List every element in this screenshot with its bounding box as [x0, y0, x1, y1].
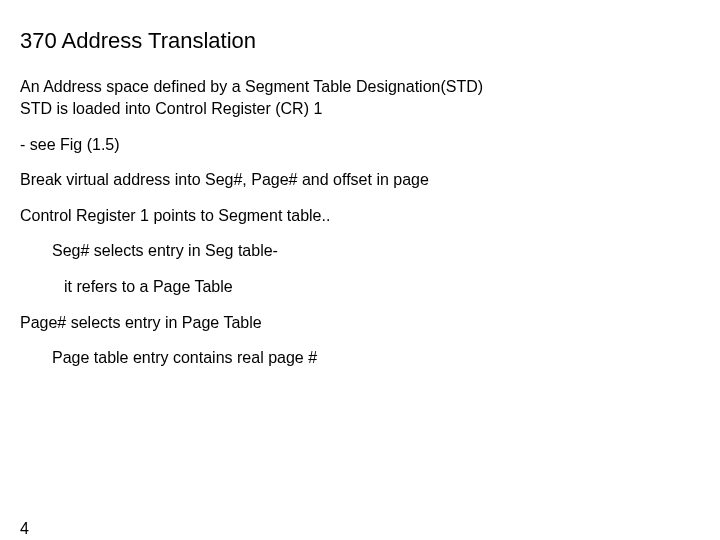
line-cr1-points: Control Register 1 points to Segment tab…	[20, 205, 700, 227]
page-number: 4	[20, 520, 29, 538]
line-page-selects: Page# selects entry in Page Table	[20, 312, 700, 334]
line-see-fig: - see Fig (1.5)	[20, 134, 700, 156]
line-std-loaded: STD is loaded into Control Register (CR)…	[20, 98, 700, 120]
line-pt-entry: Page table entry contains real page #	[20, 347, 700, 369]
line-refers-pt: it refers to a Page Table	[20, 276, 700, 298]
line-std-def: An Address space defined by a Segment Ta…	[20, 76, 700, 98]
line-break-va: Break virtual address into Seg#, Page# a…	[20, 169, 700, 191]
slide: 370 Address Translation An Address space…	[0, 0, 720, 540]
slide-body: An Address space defined by a Segment Ta…	[20, 76, 700, 368]
line-seg-selects: Seg# selects entry in Seg table-	[20, 240, 700, 262]
slide-title: 370 Address Translation	[20, 28, 700, 54]
